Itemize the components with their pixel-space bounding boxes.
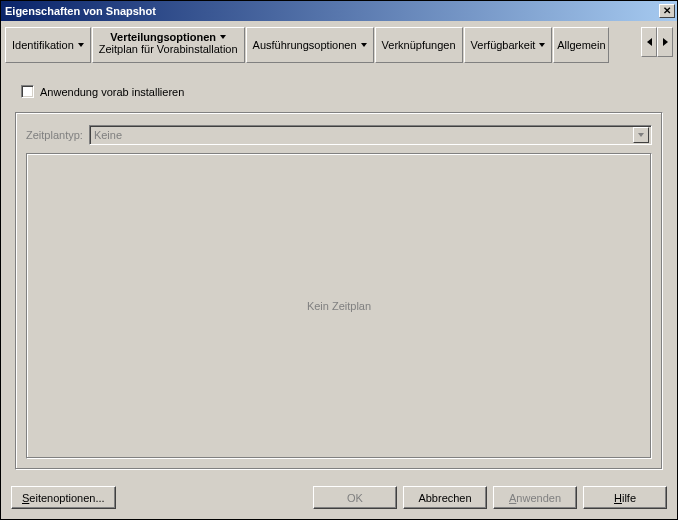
tab-allgemein[interactable]: Allgemein [553, 27, 609, 63]
tab-scroll-right-button[interactable] [657, 27, 673, 57]
schedule-group: Zeitplantyp: Keine Kein Zeitplan [15, 112, 663, 470]
tab-verteilungsoptionen[interactable]: Verteilungsoptionen Zeitplan für Vorabin… [92, 27, 245, 63]
tab-label: Verteilungsoptionen [110, 31, 216, 43]
tab-nav [641, 27, 673, 63]
button-label: Anwenden [509, 492, 561, 504]
tab-label: Verknüpfungen [382, 39, 456, 51]
apply-button: Anwenden [493, 486, 577, 509]
preinstall-row: Anwendung vorab installieren [21, 85, 663, 98]
tab-sublabel: Zeitplan für Vorabinstallation [99, 43, 238, 55]
schedule-type-value: Keine [94, 129, 633, 141]
tab-verknuepfungen[interactable]: Verknüpfungen [375, 27, 463, 63]
button-label: Seitenoptionen... [22, 492, 105, 504]
preinstall-checkbox[interactable] [21, 85, 34, 98]
chevron-down-icon [638, 133, 644, 137]
tab-verfuegbarkeit[interactable]: Verfügbarkeit [464, 27, 553, 63]
button-label: Hilfe [614, 492, 636, 504]
tab-label: Ausführungsoptionen [253, 39, 357, 51]
chevron-down-icon [78, 43, 84, 47]
tab-label: Allgemein [557, 39, 605, 51]
tab-scroll-left-button[interactable] [641, 27, 657, 57]
help-button[interactable]: Hilfe [583, 486, 667, 509]
button-label: OK [347, 492, 363, 504]
close-icon: ✕ [663, 6, 671, 16]
schedule-type-dropdown: Keine [89, 125, 652, 145]
schedule-empty-text: Kein Zeitplan [307, 300, 371, 312]
tab-identifikation[interactable]: Identifikation [5, 27, 91, 63]
tab-ausfuehrungsoptionen[interactable]: Ausführungsoptionen [246, 27, 374, 63]
chevron-right-icon [663, 38, 668, 46]
chevron-left-icon [647, 38, 652, 46]
button-label: Abbrechen [418, 492, 471, 504]
close-button[interactable]: ✕ [659, 4, 675, 18]
properties-window: Eigenschaften von Snapshot ✕ Identifikat… [0, 0, 678, 520]
page-options-button[interactable]: Seitenoptionen... [11, 486, 116, 509]
tab-strip: Identifikation Verteilungsoptionen Zeitp… [1, 21, 677, 63]
ok-button: OK [313, 486, 397, 509]
schedule-type-label: Zeitplantyp: [26, 129, 83, 141]
schedule-type-row: Zeitplantyp: Keine [26, 125, 652, 145]
chevron-down-icon [220, 35, 226, 39]
chevron-down-icon [539, 43, 545, 47]
window-title: Eigenschaften von Snapshot [5, 5, 659, 17]
tab-label: Identifikation [12, 39, 74, 51]
chevron-down-icon [361, 43, 367, 47]
cancel-button[interactable]: Abbrechen [403, 486, 487, 509]
dropdown-button [633, 127, 649, 143]
titlebar: Eigenschaften von Snapshot ✕ [1, 1, 677, 21]
button-bar: Seitenoptionen... OK Abbrechen Anwenden … [1, 478, 677, 519]
schedule-panel: Kein Zeitplan [26, 153, 652, 459]
tab-content: Anwendung vorab installieren Zeitplantyp… [1, 63, 677, 478]
preinstall-label: Anwendung vorab installieren [40, 86, 184, 98]
tab-label: Verfügbarkeit [471, 39, 536, 51]
